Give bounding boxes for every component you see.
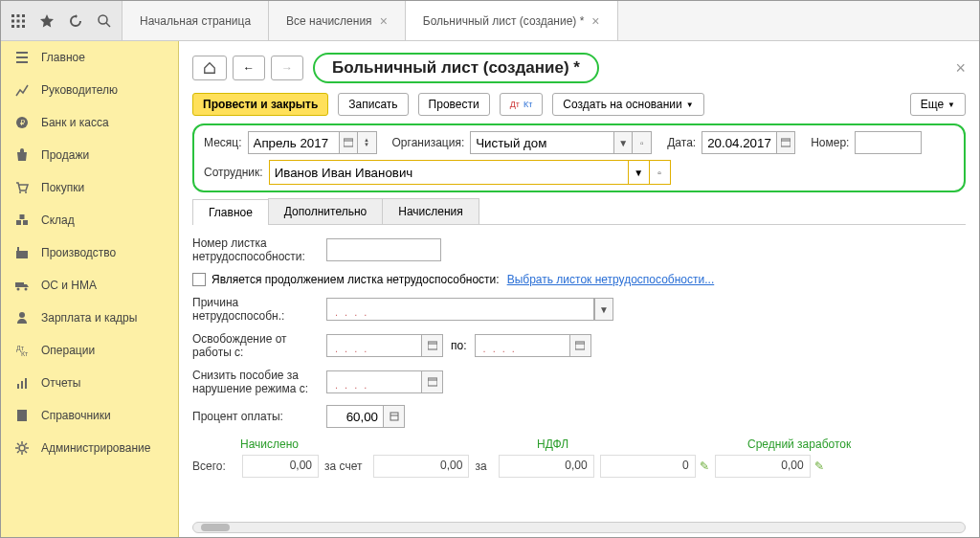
close-icon[interactable]: ×: [380, 13, 388, 29]
sidebar-item-operations[interactable]: ДтКтОперации: [1, 334, 178, 367]
edit-icon[interactable]: ✎: [814, 460, 824, 473]
number-label: Номер:: [811, 136, 849, 149]
boxes-icon: [14, 213, 30, 228]
edit-icon[interactable]: ✎: [700, 460, 709, 473]
number-input[interactable]: [855, 131, 922, 154]
close-icon[interactable]: ×: [591, 13, 599, 29]
sidebar-item-salary[interactable]: Зарплата и кадры: [1, 302, 178, 334]
paypercent-input[interactable]: [326, 405, 384, 428]
search-icon[interactable]: [97, 13, 112, 29]
sheetno-label: Номер листка нетрудоспособности:: [192, 236, 326, 263]
close-panel-button[interactable]: ×: [955, 58, 966, 78]
back-button[interactable]: ←: [233, 56, 265, 80]
month-input[interactable]: [248, 131, 339, 154]
sidebar-item-warehouse[interactable]: Склад: [1, 204, 178, 236]
sidebar-item-sales[interactable]: Продажи: [1, 139, 178, 171]
ruble-icon: ₽: [14, 115, 30, 130]
tab-home[interactable]: Начальная страница: [122, 1, 269, 40]
sidebar-item-purchases[interactable]: Покупки: [1, 171, 178, 204]
bag-icon: [14, 147, 30, 163]
dropdown-icon[interactable]: ▼: [613, 131, 633, 154]
date-input[interactable]: [702, 131, 776, 154]
calendar-icon[interactable]: [339, 131, 358, 154]
open-icon[interactable]: ▫: [649, 161, 670, 184]
svg-line-10: [106, 23, 110, 27]
sidebar-item-admin[interactable]: Администрирование: [1, 432, 178, 464]
sidebar-label: Руководителю: [41, 83, 118, 97]
svg-text:Кт: Кт: [21, 350, 29, 357]
employee-label: Сотрудник:: [204, 166, 263, 179]
employee-field[interactable]: ▼ ▫: [269, 160, 671, 185]
reduce-date-input[interactable]: [326, 370, 422, 393]
more-button[interactable]: Еще ▼: [910, 93, 966, 116]
date-field[interactable]: [702, 131, 795, 154]
reason-field[interactable]: ▼: [326, 298, 613, 321]
calendar-icon[interactable]: [422, 334, 443, 357]
sidebar-item-main[interactable]: Главное: [1, 41, 178, 74]
by-label1: за счет: [324, 460, 362, 473]
svg-point-23: [19, 312, 25, 318]
sidebar-label: Покупки: [41, 181, 84, 194]
open-icon[interactable]: ▫: [633, 131, 652, 154]
calc-icon[interactable]: [384, 405, 405, 428]
calendar-icon[interactable]: [422, 370, 443, 393]
apps-icon[interactable]: [11, 13, 26, 29]
sidebar-label: Отчеты: [41, 376, 80, 390]
dropdown-icon[interactable]: ▼: [628, 161, 649, 184]
ndfl-header: НДФЛ: [537, 437, 747, 451]
post-button[interactable]: Провести: [418, 93, 490, 116]
continuation-label: Является продолжением листка нетрудоспос…: [212, 273, 500, 286]
home-button[interactable]: [192, 56, 227, 80]
create-based-button[interactable]: Создать на основании ▼: [552, 93, 703, 116]
month-field[interactable]: ▲▼: [248, 131, 377, 154]
tab-additional[interactable]: Дополнительно: [268, 198, 383, 224]
svg-rect-26: [17, 384, 19, 389]
tab-accruals[interactable]: Начисления: [382, 198, 479, 224]
svg-rect-0: [11, 14, 14, 17]
release-to-input[interactable]: [475, 334, 570, 357]
spinner-icon[interactable]: ▲▼: [358, 131, 377, 154]
sidebar-item-catalogs[interactable]: Справочники: [1, 399, 178, 432]
svg-rect-41: [390, 413, 398, 420]
release-from-input[interactable]: [326, 334, 422, 357]
employee-input[interactable]: [270, 161, 628, 184]
svg-point-14: [25, 191, 27, 193]
org-field[interactable]: ▼ ▫: [470, 131, 652, 154]
dtkt-button[interactable]: ДтКт: [500, 93, 544, 116]
calendar-icon[interactable]: [776, 131, 795, 154]
sheetno-input[interactable]: [326, 238, 441, 261]
sidebar-item-production[interactable]: Производство: [1, 236, 178, 269]
horizontal-scrollbar[interactable]: [192, 522, 966, 533]
post-close-button[interactable]: Провести и закрыть: [192, 93, 328, 116]
svg-point-30: [19, 445, 25, 451]
forward-button[interactable]: →: [271, 56, 303, 80]
tab-all-accruals[interactable]: Все начисления×: [269, 1, 406, 40]
dropdown-icon[interactable]: ▼: [594, 298, 613, 321]
sidebar-item-bank[interactable]: ₽Банк и касса: [1, 106, 178, 139]
sidebar-item-assets[interactable]: ОС и НМА: [1, 269, 178, 302]
operations-icon: ДтКт: [14, 343, 30, 358]
select-sheet-link[interactable]: Выбрать листок нетрудоспособности...: [507, 273, 715, 286]
total-v3: 0,00: [499, 455, 594, 478]
sidebar-item-manager[interactable]: Руководителю: [1, 74, 178, 106]
page-title: Больничный лист (создание) *: [313, 53, 599, 83]
org-input[interactable]: [470, 131, 613, 154]
topbar: Начальная страница Все начисления× Больн…: [1, 1, 979, 41]
calendar-icon[interactable]: [570, 334, 591, 357]
month-label: Месяц:: [204, 136, 242, 149]
svg-rect-20: [15, 282, 24, 287]
sidebar-label: Справочники: [41, 409, 111, 422]
tab-label: Больничный лист (создание) *: [423, 14, 585, 28]
continuation-checkbox[interactable]: [192, 273, 206, 286]
reason-input[interactable]: [326, 298, 594, 321]
svg-point-9: [99, 15, 107, 24]
svg-rect-6: [11, 25, 14, 28]
sidebar-item-reports[interactable]: Отчеты: [1, 367, 178, 399]
svg-rect-19: [17, 247, 19, 251]
save-button[interactable]: Записать: [338, 93, 408, 116]
tab-main[interactable]: Главное: [192, 199, 269, 225]
star-icon[interactable]: [39, 13, 55, 29]
history-icon[interactable]: [68, 13, 83, 29]
svg-rect-35: [428, 342, 437, 349]
tab-sick-leave[interactable]: Больничный лист (создание) *×: [406, 1, 618, 40]
